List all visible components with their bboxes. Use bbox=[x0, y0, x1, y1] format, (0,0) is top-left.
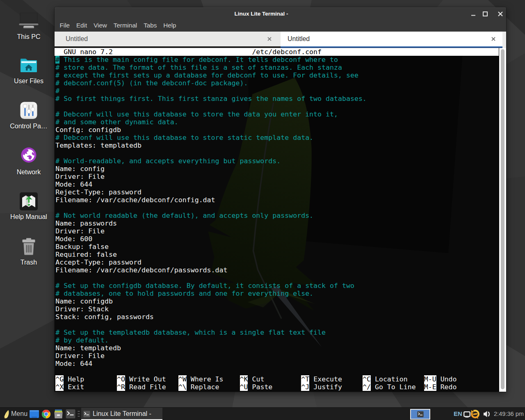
nano-shortcut-key: M-U bbox=[424, 375, 436, 383]
nano-shortcut-key: M-E bbox=[424, 383, 436, 391]
launcher-file-manager[interactable] bbox=[53, 409, 64, 419]
tab-untitled-active[interactable]: Untitled bbox=[281, 32, 502, 46]
trash-icon bbox=[19, 237, 39, 257]
nano-comment-line: # databases, one to hold passwords and o… bbox=[55, 290, 313, 297]
nano-comment-line: # store data. The format of this file is… bbox=[55, 64, 342, 71]
tab-label: Untitled bbox=[288, 32, 310, 46]
nano-comment-line: # World-readable, and accepts everything… bbox=[55, 157, 281, 165]
close-button[interactable] bbox=[495, 8, 506, 20]
scrollbar-thumb[interactable] bbox=[501, 49, 504, 389]
maximize-button[interactable] bbox=[480, 8, 491, 20]
tab-label: Untitled bbox=[66, 32, 88, 46]
keyboard-layout-indicator[interactable]: EN bbox=[454, 408, 462, 420]
chrome-icon bbox=[41, 409, 51, 419]
terminal-scrollbar[interactable] bbox=[499, 48, 506, 392]
panel-separator bbox=[77, 410, 80, 420]
nano-shortcut-key: ^X bbox=[55, 383, 64, 391]
tab-close-icon[interactable] bbox=[491, 36, 496, 42]
nano-comment-line: # So first things first. This first stan… bbox=[55, 95, 367, 103]
menu-tabs[interactable]: Tabs bbox=[140, 19, 160, 32]
taskbar-clock[interactable]: 2:49:36 pm bbox=[494, 408, 524, 420]
desktop-icon-label: User Files bbox=[4, 78, 53, 85]
nano-comment-line: # Set up the configdb database. By defau… bbox=[55, 282, 354, 290]
nano-shortcut-key: ^K bbox=[240, 375, 248, 383]
nano-comment-line: # bbox=[55, 87, 59, 95]
nano-shortcut-key: ^G bbox=[55, 375, 64, 383]
updates-tray-icon[interactable] bbox=[470, 409, 480, 420]
taskbar-menu-label: Menu bbox=[11, 408, 27, 420]
launcher-desktop[interactable] bbox=[29, 409, 39, 419]
terminal-window: Linux Lite Terminal - File Edit View Ter… bbox=[55, 7, 506, 392]
nano-shortcut-key: ^O bbox=[117, 375, 125, 383]
nano-comment-line: # Set up the templatedb database, which … bbox=[55, 329, 326, 336]
terminal-screen[interactable]: GNU nano 7.2 /etc/debconf.conf # This is… bbox=[55, 48, 506, 392]
workspace-pager[interactable] bbox=[410, 409, 430, 420]
tab-untitled-inactive[interactable]: Untitled bbox=[55, 32, 281, 46]
desktop-launcher-icon bbox=[29, 409, 39, 419]
desktop-icon-label: Control Pa… bbox=[4, 123, 53, 130]
nano-comment-line: # debconf.conf(5) (in the debconf-doc pa… bbox=[55, 79, 248, 87]
control-panel-icon bbox=[19, 101, 39, 121]
nano-comment-line: # Debconf will use this database to stor… bbox=[55, 110, 338, 118]
desktop-icon-network[interactable]: Network bbox=[4, 147, 53, 190]
desktop-icon-user-files[interactable]: User Files bbox=[4, 56, 53, 98]
help-manual-icon bbox=[19, 192, 39, 211]
desktop-icon-control-panel[interactable]: Control Pa… bbox=[4, 101, 53, 144]
nano-comment-line: # and some other dynamic data. bbox=[55, 118, 178, 126]
menu-edit[interactable]: Edit bbox=[73, 19, 90, 32]
minimize-button[interactable] bbox=[468, 8, 479, 20]
nano-cursor: # bbox=[55, 56, 59, 64]
window-titlebar[interactable]: Linux Lite Terminal - bbox=[55, 7, 506, 19]
tab-strip-empty bbox=[502, 32, 506, 48]
linux-lite-feather-icon bbox=[2, 410, 11, 419]
nano-titlebar: GNU nano 7.2 /etc/debconf.conf bbox=[55, 48, 498, 56]
file-cabinet-icon bbox=[53, 409, 64, 419]
nano-shortcut-key: ^/ bbox=[363, 383, 371, 391]
nano-shortcut-key: ^\ bbox=[178, 383, 187, 391]
menu-view[interactable]: View bbox=[90, 19, 110, 32]
nano-editor: GNU nano 7.2 /etc/debconf.conf # This is… bbox=[55, 48, 499, 392]
menu-help[interactable]: Help bbox=[160, 19, 179, 32]
desktop-icon-trash[interactable]: Trash bbox=[4, 237, 53, 280]
desktop-icon-label: This PC bbox=[4, 33, 53, 41]
nano-shortcut-key: ^C bbox=[363, 375, 371, 383]
nano-shortcut-key: ^U bbox=[240, 383, 248, 391]
terminal-window-icon bbox=[83, 411, 90, 418]
nano-shortcut-key: ^J bbox=[301, 383, 309, 391]
volume-tray-icon[interactable] bbox=[483, 410, 491, 420]
desktop-icon-this-pc[interactable]: This PC bbox=[4, 13, 53, 55]
terminal-launcher-icon bbox=[66, 409, 75, 419]
window-title: Linux Lite Terminal - bbox=[55, 8, 468, 20]
menu-file[interactable]: File bbox=[57, 19, 73, 32]
desktop-icon-label: Network bbox=[4, 169, 53, 176]
pager-terminal-icon bbox=[417, 411, 424, 418]
display-tray-icon[interactable] bbox=[463, 411, 470, 419]
taskbar-menu-button[interactable]: Menu bbox=[0, 408, 29, 420]
nano-comment-line: # by default. bbox=[55, 336, 109, 344]
nano-comment-line: # except the first sets up a database fo… bbox=[55, 71, 358, 79]
nano-shortcut-key: ^T bbox=[301, 375, 309, 383]
tab-bar: Untitled Untitled bbox=[55, 32, 506, 48]
maximize-icon bbox=[483, 11, 488, 16]
desktop-icon-label: Help Manual bbox=[4, 213, 53, 221]
window-menubar: File Edit View Terminal Tabs Help bbox=[55, 19, 506, 32]
nano-shortcut-key: ^R bbox=[117, 383, 125, 391]
nano-comment-line: # Not world readable (the default), and … bbox=[55, 212, 313, 219]
nano-shortcut-key: ^W bbox=[178, 375, 187, 383]
close-icon bbox=[498, 11, 503, 16]
user-files-icon bbox=[19, 56, 39, 75]
taskbar-window-button-label: Linux Lite Terminal - bbox=[93, 408, 151, 420]
taskbar: Menu bbox=[0, 407, 525, 420]
menu-terminal[interactable]: Terminal bbox=[110, 19, 140, 32]
desktop-icon-help-manual[interactable]: Help Manual bbox=[4, 192, 53, 234]
this-pc-icon bbox=[19, 13, 39, 32]
nano-comment-line: # Debconf will use this database to stor… bbox=[55, 134, 313, 142]
minimize-icon bbox=[471, 11, 476, 16]
launcher-chrome[interactable] bbox=[41, 409, 51, 419]
launcher-terminal[interactable] bbox=[66, 409, 76, 419]
taskbar-window-button[interactable]: Linux Lite Terminal - bbox=[81, 408, 162, 420]
desktop-icon-label: Trash bbox=[4, 259, 53, 266]
tab-close-icon[interactable] bbox=[267, 36, 272, 42]
network-icon bbox=[19, 147, 39, 167]
